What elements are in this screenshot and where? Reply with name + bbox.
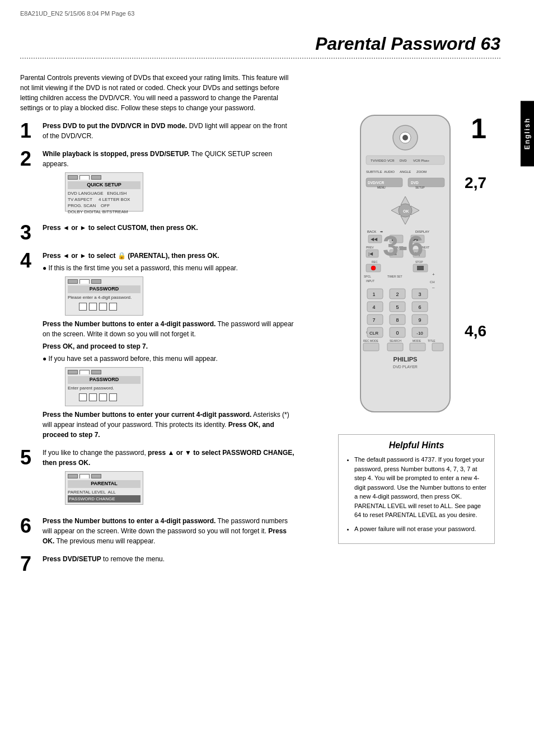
remote-label-36: 3-6 [383, 230, 423, 262]
svg-text:◀◀: ◀◀ [371, 237, 378, 242]
step-6-bold: Press the Number buttons to enter a 4-di… [43, 517, 216, 525]
step-5-text: If you like to change the password, pres… [43, 449, 294, 467]
svg-text:2: 2 [396, 292, 399, 297]
svg-text:TITLE: TITLE [428, 339, 435, 342]
step-3-content: Press ◄ or ► to select CUSTOM, then pres… [43, 223, 294, 233]
step-6-number: 6 [20, 516, 38, 536]
screen-pw1-row: Please enter a 4-digit password. [68, 294, 140, 300]
remote-label-1: 1 [471, 112, 486, 145]
pw2-box-3 [99, 393, 107, 401]
screen-title-pw1: PASSWORD [68, 285, 140, 293]
remote-label-27: 2,7 [465, 174, 486, 192]
step-4-bullet2: ● If you have set a password before, thi… [43, 354, 294, 364]
svg-text:-10: -10 [416, 331, 423, 336]
intro-paragraph: Parental Controls prevents viewing of DV… [20, 73, 289, 113]
step-6-content: Press the Number buttons to enter a 4-di… [43, 516, 294, 546]
pw-box-1 [79, 303, 87, 311]
screen-title-pw2: PASSWORD [68, 376, 140, 384]
svg-point-47 [371, 266, 376, 270]
screen-quick-setup: QUICK SETUP DVD LANGUAGE ENGLISH TV ASPE… [65, 172, 143, 212]
svg-text:PREV: PREV [366, 246, 374, 249]
screen-par-row2-highlight: PASSWORD CHANGE [68, 495, 140, 503]
st1 [68, 279, 78, 284]
svg-text:SETUP: SETUP [415, 186, 425, 189]
step-4-bullet: ● If this is the first time you set a pa… [43, 263, 294, 273]
svg-text:REC MODE: REC MODE [363, 339, 379, 342]
step-7-bold: Press DVD/SETUP [43, 555, 101, 563]
screen-parental: PARENTAL PARENTAL LEVEL ALL PASSWORD CHA… [65, 471, 143, 505]
svg-text:+: + [432, 272, 435, 277]
screen-pw1-boxes [79, 303, 140, 311]
svg-text:PHILIPS: PHILIPS [394, 356, 418, 363]
st4 [68, 370, 78, 374]
pw-box-3 [99, 303, 107, 311]
hints-box: Helpful Hints The default password is 47… [338, 434, 495, 544]
svg-text:9: 9 [418, 317, 421, 323]
page-title: Parental Password 63 [20, 34, 500, 54]
svg-rect-49 [417, 266, 424, 270]
pw-box-2 [89, 303, 97, 311]
svg-text:CH: CH [430, 280, 435, 284]
step-7-number: 7 [20, 554, 38, 574]
screen-tab [68, 175, 78, 180]
st9 [91, 474, 101, 478]
step-2-number: 2 [20, 149, 38, 169]
step-5-bold: press ▲ or ▼ to select PASSWORD CHANGE, … [43, 449, 294, 467]
screen-row-3: PROG. SCAN OFF [68, 203, 140, 209]
remote-wrapper: 1 2,7 3-6 4,6 TV/VID [349, 110, 484, 423]
svg-text:–: – [432, 285, 435, 290]
svg-text:|◀: |◀ [368, 251, 373, 256]
step-2: 2 While playback is stopped, press DVD/S… [20, 149, 294, 215]
step-4-number: 4 [20, 251, 38, 271]
svg-text:DVD/VCR: DVD/VCR [368, 181, 385, 185]
step-3-bold: Press ◄ or ► to select CUSTOM, then pres… [43, 224, 198, 232]
screen-tab-active [79, 175, 90, 180]
step-4-bold: Press ◄ or ► to select 🔒 (PARENTAL), the… [43, 252, 219, 260]
st2 [79, 279, 90, 284]
svg-text:CLR: CLR [369, 331, 378, 336]
svg-text:7: 7 [372, 317, 375, 323]
step-3-number: 3 [20, 223, 38, 243]
svg-rect-86 [363, 343, 379, 351]
screen-title-par: PARENTAL [68, 480, 140, 488]
title-divider [20, 58, 500, 59]
step-7-normal: to remove the menu. [103, 555, 165, 563]
svg-text:ZOOM: ZOOM [416, 170, 427, 173]
step-4-sub2: Press OK, and proceed to step 7. [43, 341, 294, 351]
svg-text:MENU: MENU [377, 186, 386, 189]
remote-label-46: 4,6 [465, 322, 486, 340]
step-4-sub2-bold: Press OK, and proceed to step 7. [43, 342, 148, 350]
svg-text:3: 3 [418, 292, 421, 297]
svg-text:5: 5 [396, 304, 399, 310]
svg-text:SPCL: SPCL [364, 275, 371, 278]
svg-text:VCR: VCR [387, 159, 395, 162]
screen-par-row1: PARENTAL LEVEL ALL [68, 489, 140, 495]
pw2-box-2 [89, 393, 97, 401]
st7 [68, 474, 78, 478]
step-4-content: Press ◄ or ► to select 🔒 (PARENTAL), the… [43, 251, 294, 440]
svg-text:MODE: MODE [413, 339, 421, 342]
step-2-content: While playback is stopped, press DVD/SET… [43, 149, 294, 215]
pw2-box-1 [79, 393, 87, 401]
step-4-sub3: Press the Number buttons to enter your c… [43, 410, 294, 440]
svg-point-3 [402, 135, 408, 140]
step-6: 6 Press the Number buttons to enter a 4-… [20, 516, 294, 546]
step-4: 4 Press ◄ or ► to select 🔒 (PARENTAL), t… [20, 251, 294, 440]
hint-item-2: A power failure will not erase your pass… [354, 524, 488, 534]
svg-text:TV/VIDEO: TV/VIDEO [371, 159, 386, 162]
right-column: 1 2,7 3-6 4,6 TV/VID [338, 110, 500, 544]
step-4-sub3-bold: Press the Number buttons to enter your c… [43, 411, 251, 419]
step-5-number: 5 [20, 448, 38, 468]
pw2-box-4 [109, 393, 117, 401]
meta-line: E8A21UD_EN2 5/15/06 8:04 PM Page 63 [20, 10, 134, 17]
hints-text: The default password is 4737. If you for… [345, 455, 488, 533]
screen-pw2-boxes [79, 393, 140, 401]
step-4-sub1-bold: Press the Number buttons to enter a 4-di… [43, 320, 216, 328]
st8 [79, 474, 90, 478]
step-2-bold: While playback is stopped, press DVD/SET… [43, 150, 190, 158]
step-7-content: Press DVD/SETUP to remove the menu. [43, 554, 294, 564]
svg-text:DVD: DVD [411, 181, 419, 185]
step-7: 7 Press DVD/SETUP to remove the menu. [20, 554, 294, 574]
svg-text:6: 6 [418, 304, 421, 310]
step-5: 5 If you like to change the password, pr… [20, 448, 294, 508]
